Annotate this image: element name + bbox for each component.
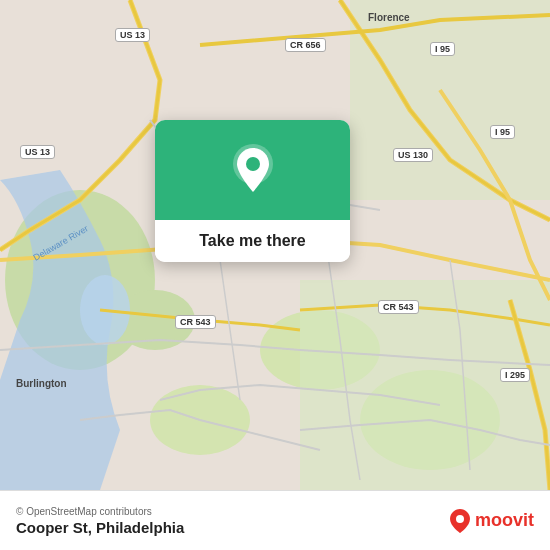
bottom-bar: © OpenStreetMap contributors Cooper St, … [0, 490, 550, 550]
take-me-there-button[interactable]: Take me there [155, 220, 350, 262]
road-label-us13-left: US 13 [20, 145, 55, 159]
popup-card: Take me there [155, 120, 350, 262]
road-label-i295: I 295 [500, 368, 530, 382]
moovit-text: moovit [475, 510, 534, 531]
location-pin-icon [231, 144, 275, 196]
road-label-i95-right: I 95 [490, 125, 515, 139]
svg-point-11 [456, 515, 464, 523]
road-label-cr543-right: CR 543 [378, 300, 419, 314]
road-label-i95-top: I 95 [430, 42, 455, 56]
moovit-logo: moovit [449, 508, 534, 534]
svg-point-10 [246, 157, 260, 171]
road-label-cr543-left: CR 543 [175, 315, 216, 329]
place-label-burlington: Burlington [16, 378, 67, 389]
road-label-cr656: CR 656 [285, 38, 326, 52]
road-label-us130: US 130 [393, 148, 433, 162]
bottom-left: © OpenStreetMap contributors Cooper St, … [16, 506, 184, 536]
popup-top [155, 120, 350, 220]
moovit-pin-icon [449, 508, 471, 534]
map-attribution: © OpenStreetMap contributors [16, 506, 184, 517]
map-container: US 13 US 13 CR 656 I 95 I 95 US 130 US 3… [0, 0, 550, 490]
road-label-us13-top: US 13 [115, 28, 150, 42]
location-name: Cooper St, Philadelphia [16, 519, 184, 536]
place-label-florence: Florence [368, 12, 410, 23]
